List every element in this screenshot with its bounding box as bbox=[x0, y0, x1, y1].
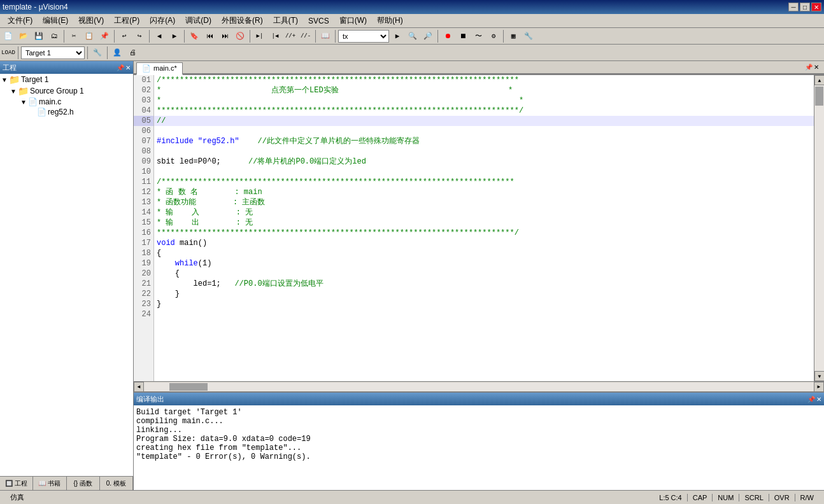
search-go-button[interactable]: ▶ bbox=[390, 29, 404, 43]
menu-view[interactable]: 视图(V) bbox=[73, 14, 109, 27]
ln-16: 16 bbox=[134, 228, 153, 238]
tab-books[interactable]: 📖 书籍 bbox=[33, 477, 66, 490]
menu-svcs[interactable]: SVCS bbox=[303, 15, 334, 27]
copy-button[interactable]: 📋 bbox=[82, 29, 96, 43]
save-button[interactable]: 💾 bbox=[32, 29, 46, 43]
work-area: 工程 📌 ✕ ▼ 📁 Target 1 ▼ 📁 Source Group 1 bbox=[0, 61, 824, 490]
ln-05: 05 bbox=[134, 116, 153, 126]
horizontal-scrollbar[interactable]: ◀ ▶ bbox=[134, 381, 824, 391]
tree-target[interactable]: ▼ 📁 Target 1 bbox=[0, 74, 133, 85]
menu-window[interactable]: 窗口(W) bbox=[334, 14, 372, 27]
tab-functions[interactable]: {} 函数 bbox=[67, 477, 100, 490]
scroll-track-v[interactable] bbox=[814, 85, 824, 371]
expand-target-icon[interactable]: ▼ bbox=[1, 76, 9, 83]
restore-button[interactable]: □ bbox=[800, 3, 810, 11]
code-line-10 bbox=[154, 167, 814, 177]
scroll-thumb-h[interactable] bbox=[169, 383, 208, 391]
unindent-button[interactable]: |◀ bbox=[268, 29, 282, 43]
debug-start-button[interactable]: ⏺ bbox=[441, 29, 455, 43]
bookmark-button[interactable]: 🔖 bbox=[187, 29, 201, 43]
new-button[interactable]: 📄 bbox=[1, 29, 15, 43]
code-content[interactable]: /***************************************… bbox=[154, 75, 814, 381]
ln-18: 18 bbox=[134, 248, 153, 258]
output-line-1: Build target 'Target 1' bbox=[136, 408, 821, 417]
scroll-left-button[interactable]: ◀ bbox=[134, 382, 144, 392]
scroll-right-button[interactable]: ▶ bbox=[814, 382, 824, 392]
code-line-14: * 输 入 : 无 bbox=[154, 207, 814, 218]
expand-group-icon[interactable]: ▼ bbox=[10, 88, 18, 95]
scroll-up-button[interactable]: ▲ bbox=[814, 75, 824, 85]
tab-templates[interactable]: 0. 模板 bbox=[100, 477, 133, 490]
editor-scroll-area: 01 02 03 04 05 06 07 08 09 10 11 12 13 1… bbox=[134, 75, 824, 381]
scroll-down-button[interactable]: ▼ bbox=[814, 371, 824, 381]
indent-button[interactable]: ▶| bbox=[253, 29, 267, 43]
ln-09: 09 bbox=[134, 157, 153, 167]
expand-reg52-icon bbox=[29, 109, 37, 116]
tree-file-reg52[interactable]: 📄 reg52.h bbox=[0, 107, 133, 117]
undo-button[interactable]: ↩ bbox=[117, 29, 131, 43]
open-doc-button[interactable]: 📖 bbox=[318, 29, 332, 43]
editor-area-header: 📄 main.c* 📌 ✕ bbox=[134, 61, 824, 74]
menu-edit[interactable]: 编辑(E) bbox=[38, 14, 73, 27]
ln-10: 10 bbox=[134, 167, 153, 177]
cut-button[interactable]: ✂ bbox=[67, 29, 81, 43]
search-combo[interactable]: tx bbox=[338, 30, 389, 43]
search-find-button[interactable]: 🔍 bbox=[406, 29, 420, 43]
code-line-15: * 输 出 : 无 bbox=[154, 218, 814, 228]
settings-button[interactable]: 🔧 bbox=[522, 29, 536, 43]
display-options-button[interactable]: ▦ bbox=[506, 29, 520, 43]
debug-gear-button[interactable]: ⚙ bbox=[487, 29, 501, 43]
uncomment-button[interactable]: //- bbox=[299, 29, 313, 43]
nav-back-button[interactable]: ◀ bbox=[152, 29, 166, 43]
code-editor[interactable]: 01 02 03 04 05 06 07 08 09 10 11 12 13 1… bbox=[134, 75, 814, 381]
menu-file[interactable]: 文件(F) bbox=[3, 14, 38, 27]
tab-project[interactable]: 🔲 工程 bbox=[0, 477, 33, 490]
comment-button[interactable]: //+ bbox=[283, 29, 297, 43]
nav-fwd-button[interactable]: ▶ bbox=[167, 29, 181, 43]
menu-tools[interactable]: 工具(T) bbox=[268, 14, 303, 27]
bookmark-prev-button[interactable]: ⏮ bbox=[202, 29, 217, 43]
open-button[interactable]: 📂 bbox=[17, 29, 31, 43]
paste-button[interactable]: 📌 bbox=[97, 29, 111, 43]
tree-group[interactable]: ▼ 📁 Source Group 1 bbox=[0, 85, 133, 97]
target-select[interactable]: Target 1 bbox=[21, 46, 85, 59]
target-print-button[interactable]: 🖨 bbox=[125, 46, 139, 60]
scroll-track-h[interactable] bbox=[144, 382, 814, 391]
target-options-button[interactable]: 🔧 bbox=[90, 46, 104, 60]
scroll-thumb-v[interactable] bbox=[815, 87, 823, 106]
target-user-button[interactable]: 👤 bbox=[110, 46, 124, 60]
tree-file-mainc[interactable]: ▼ 📄 main.c bbox=[0, 97, 133, 107]
expand-mainc-icon[interactable]: ▼ bbox=[20, 99, 28, 106]
search-ref-button[interactable]: 🔎 bbox=[421, 29, 435, 43]
editor-pin-icon[interactable]: 📌 bbox=[805, 64, 813, 71]
menu-project[interactable]: 工程(P) bbox=[109, 14, 145, 27]
save-all-button[interactable]: 🗂 bbox=[47, 29, 61, 43]
ln-01: 01 bbox=[134, 75, 153, 85]
panel-close-icon[interactable]: ✕ bbox=[125, 64, 131, 71]
panel-pin-icon[interactable]: 📌 bbox=[117, 64, 124, 71]
output-content[interactable]: Build target 'Target 1' compiling main.c… bbox=[134, 405, 824, 490]
output-close-icon[interactable]: ✕ bbox=[816, 396, 821, 403]
output-line-5: creating hex file from "template"... bbox=[136, 444, 821, 452]
output-pin-icon[interactable]: 📌 bbox=[807, 396, 815, 403]
close-button[interactable]: ✕ bbox=[811, 3, 821, 11]
redo-button[interactable]: ↪ bbox=[132, 29, 146, 43]
debug-stop-button[interactable]: ⏹ bbox=[456, 29, 470, 43]
code-line-16: ****************************************… bbox=[154, 228, 814, 238]
minimize-button[interactable]: ─ bbox=[788, 3, 799, 11]
bookmark-next-button[interactable]: ⏭ bbox=[218, 29, 232, 43]
debug-wave-button[interactable]: 〜 bbox=[471, 29, 485, 43]
menu-debug[interactable]: 调试(D) bbox=[180, 14, 217, 27]
code-line-05: // bbox=[154, 116, 814, 126]
vertical-scrollbar[interactable]: ▲ ▼ bbox=[814, 75, 824, 381]
output-panel-title: 编译输出 bbox=[136, 395, 164, 404]
menu-help[interactable]: 帮助(H) bbox=[372, 14, 408, 27]
bookmark-clear-button[interactable]: 🚫 bbox=[233, 29, 247, 43]
ln-22: 22 bbox=[134, 289, 153, 299]
menu-flash[interactable]: 闪存(A) bbox=[145, 14, 180, 27]
menu-peripherals[interactable]: 外围设备(R) bbox=[217, 14, 268, 27]
load-button[interactable]: LOAD bbox=[1, 46, 15, 60]
code-line-12: * 函 数 名 : main bbox=[154, 187, 814, 197]
editor-tab-mainc[interactable]: 📄 main.c* bbox=[136, 62, 183, 75]
editor-close-icon[interactable]: ✕ bbox=[814, 64, 819, 71]
